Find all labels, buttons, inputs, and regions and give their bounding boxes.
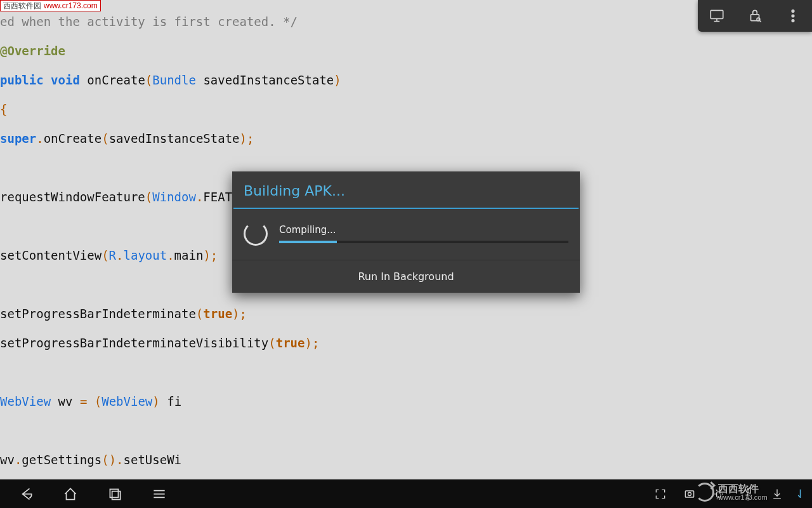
svg-point-4: [792, 15, 794, 17]
progress-bar: [279, 241, 568, 243]
svg-rect-10: [717, 491, 721, 497]
dialog-status: Compiling...: [279, 224, 568, 236]
run-in-background-button[interactable]: Run In Background: [232, 260, 580, 293]
svg-rect-8: [685, 491, 693, 497]
lock-search-icon[interactable]: [736, 0, 774, 32]
svg-point-3: [792, 10, 794, 12]
svg-rect-7: [112, 491, 121, 499]
screenshot-icon[interactable]: [675, 479, 704, 508]
back-icon[interactable]: [4, 479, 48, 508]
system-navbar: ⇃: [0, 479, 812, 508]
build-dialog: Building APK... Compiling... Run In Back…: [232, 171, 580, 293]
annotation: @@OverrideOverride: [0, 44, 65, 58]
spinner-icon: [244, 222, 268, 246]
svg-point-9: [688, 492, 691, 495]
status-clock: ⇃: [796, 487, 806, 501]
svg-rect-0: [710, 10, 723, 18]
svg-point-2: [757, 18, 760, 21]
fullscreen-icon[interactable]: [646, 479, 675, 508]
svg-point-5: [792, 20, 794, 22]
overflow-menu-icon[interactable]: [774, 0, 812, 32]
watermark-top-left: 西西软件园www.cr173.com: [0, 0, 101, 11]
progress-bar-fill: [279, 241, 337, 243]
svg-point-11: [747, 488, 749, 490]
svg-rect-6: [110, 489, 118, 497]
usb-icon[interactable]: [733, 479, 763, 508]
dialog-title: Building APK...: [232, 171, 580, 208]
code-comment: ed when the activity is first created. *…: [0, 15, 298, 29]
monitor-icon[interactable]: [698, 0, 736, 32]
top-toolbar: [698, 0, 812, 32]
android-debug-icon[interactable]: [704, 479, 733, 508]
download-icon[interactable]: [763, 479, 792, 508]
home-icon[interactable]: [48, 479, 93, 508]
menu-icon[interactable]: [137, 479, 181, 508]
recent-apps-icon[interactable]: [93, 479, 137, 508]
